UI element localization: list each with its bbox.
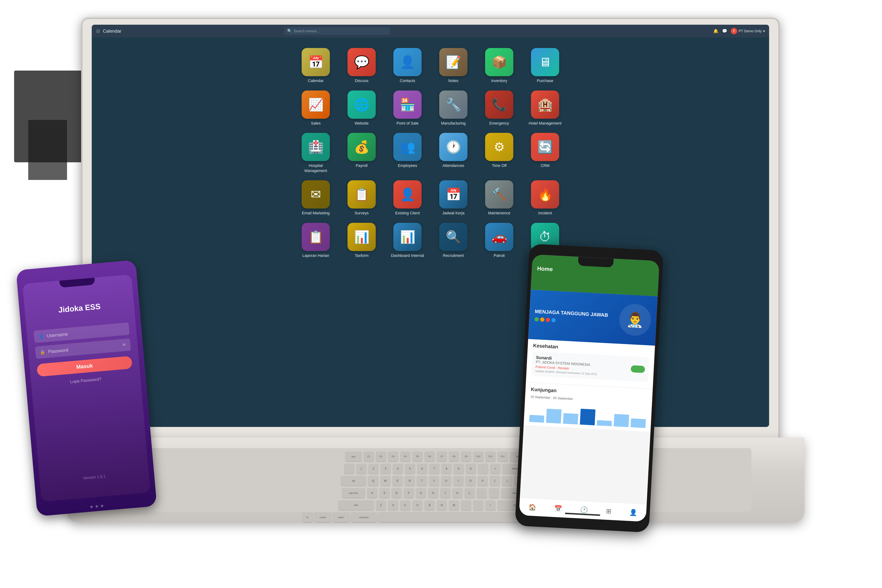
key-f5[interactable]: F5 xyxy=(412,452,422,461)
key-f2[interactable]: F2 xyxy=(376,452,386,461)
key-f11[interactable]: F11 xyxy=(486,452,495,461)
key-9[interactable]: 9 xyxy=(454,464,464,474)
user-menu[interactable]: P PT Demo Only ▾ xyxy=(731,28,765,34)
key-i[interactable]: I xyxy=(453,476,463,486)
key-a[interactable]: A xyxy=(368,488,377,498)
app-item-timeoff[interactable]: ⚙Time Off xyxy=(482,133,517,173)
app-item-employees[interactable]: 👥Employees xyxy=(390,133,425,173)
key-8[interactable]: 8 xyxy=(442,464,452,474)
key-f1[interactable]: F1 xyxy=(364,452,374,461)
key-2[interactable]: 2 xyxy=(369,464,378,474)
key-bracket-open[interactable]: [ xyxy=(490,476,500,486)
key-4[interactable]: 4 xyxy=(393,464,403,474)
key-backtick[interactable]: ` xyxy=(344,464,354,474)
app-item-crm[interactable]: 🔄CRM xyxy=(527,133,563,173)
app-item-surveys[interactable]: 📋Surveys xyxy=(344,180,379,216)
app-item-sales[interactable]: 📈Sales xyxy=(298,90,333,126)
app-item-website[interactable]: 🌐Website xyxy=(344,90,379,126)
app-item-inventory[interactable]: 📦Inventory xyxy=(482,48,517,84)
app-item-incident[interactable]: 🔥Incident xyxy=(527,180,563,216)
key-3[interactable]: 3 xyxy=(381,464,390,474)
app-item-existingclient[interactable]: 👤Existing Client xyxy=(390,180,425,216)
login-button[interactable]: Masuk xyxy=(36,356,132,377)
key-u[interactable]: U xyxy=(441,476,451,486)
key-bracket-close[interactable]: ] xyxy=(502,476,512,486)
app-item-discuss[interactable]: 💬Discuss xyxy=(344,48,379,84)
key-y[interactable]: Y xyxy=(429,476,439,486)
key-k[interactable]: K xyxy=(453,488,462,498)
key-o[interactable]: O xyxy=(466,476,476,486)
app-item-emailmarketing[interactable]: ✉Email Marketing xyxy=(298,180,333,216)
health-toggle[interactable] xyxy=(631,365,645,373)
key-d[interactable]: D xyxy=(392,488,402,498)
key-f12[interactable]: F12 xyxy=(498,452,507,461)
app-item-pos[interactable]: 🏪Point of Sale xyxy=(390,90,425,126)
key-c[interactable]: C xyxy=(400,500,410,510)
nav-home-icon[interactable]: 🏠 xyxy=(528,503,536,511)
nav-profile-icon[interactable]: 👤 xyxy=(629,508,638,516)
key-esc[interactable]: esc xyxy=(346,452,362,461)
key-semicolon[interactable]: ; xyxy=(477,488,487,498)
key-f10[interactable]: F10 xyxy=(474,452,483,461)
nav-clock-icon[interactable]: 🕐 xyxy=(580,506,588,514)
key-f8[interactable]: F8 xyxy=(449,452,459,461)
app-item-emergency[interactable]: 📞Emergency xyxy=(482,90,517,126)
key-control[interactable]: control xyxy=(315,513,331,522)
key-period[interactable]: . xyxy=(474,500,483,510)
chat-icon[interactable]: 💬 xyxy=(722,28,727,33)
key-0[interactable]: 0 xyxy=(466,464,476,474)
key-b[interactable]: B xyxy=(425,500,435,510)
key-capslock[interactable]: caps lock xyxy=(342,488,365,498)
key-fn[interactable]: fn xyxy=(303,513,312,522)
key-t[interactable]: T xyxy=(417,476,427,486)
search-bar[interactable]: 🔍 Search menus... xyxy=(284,27,390,35)
key-x[interactable]: X xyxy=(388,500,398,510)
key-5[interactable]: 5 xyxy=(405,464,415,474)
eye-icon[interactable]: 👁 xyxy=(122,342,126,347)
app-item-hotel[interactable]: 🏨Hotel Management xyxy=(527,90,563,126)
bell-icon[interactable]: 🔔 xyxy=(713,28,718,33)
app-item-calendar[interactable]: 📅Calendar xyxy=(298,48,333,84)
key-g[interactable]: G xyxy=(416,488,426,498)
app-item-purchase[interactable]: 🖥Purchase xyxy=(527,48,563,84)
key-n[interactable]: N xyxy=(437,500,447,510)
app-item-maintenence[interactable]: 🔨Maintenence xyxy=(482,180,517,216)
key-e[interactable]: E xyxy=(393,476,402,486)
key-f6[interactable]: F6 xyxy=(425,452,435,461)
forgot-password-link[interactable]: Lupa Password? xyxy=(38,374,134,387)
app-item-attendances[interactable]: 🕐Attendances xyxy=(436,133,471,173)
app-item-recruitment[interactable]: 🔍Recruitment xyxy=(436,223,471,258)
health-card[interactable]: Sunardi PT. JIDOKA SYSTEM INDONESIA Pote… xyxy=(531,351,649,382)
key-h[interactable]: H xyxy=(428,488,438,498)
nav-calendar-icon[interactable]: 📅 xyxy=(554,504,562,512)
key-slash[interactable]: / xyxy=(486,500,495,510)
grid-icon[interactable]: ⊞ xyxy=(96,28,100,34)
key-f9[interactable]: F9 xyxy=(461,452,471,461)
key-m[interactable]: M xyxy=(449,500,459,510)
key-spacebar[interactable] xyxy=(379,513,524,522)
key-comma[interactable]: , xyxy=(461,500,471,510)
key-v[interactable]: V xyxy=(412,500,422,510)
key-f7[interactable]: F7 xyxy=(437,452,447,461)
key-option-left[interactable]: option xyxy=(333,513,349,522)
key-f4[interactable]: F4 xyxy=(400,452,410,461)
key-z[interactable]: Z xyxy=(376,500,386,510)
key-tab[interactable]: tab xyxy=(341,476,366,486)
key-6[interactable]: 6 xyxy=(417,464,427,474)
key-f3[interactable]: F3 xyxy=(388,452,398,461)
app-item-dashboard[interactable]: 📊Dashboard Internal xyxy=(390,223,425,258)
key-quote[interactable]: ' xyxy=(489,488,499,498)
key-r[interactable]: R xyxy=(405,476,414,486)
key-1[interactable]: 1 xyxy=(357,464,366,474)
app-item-notes[interactable]: 📝Notes xyxy=(436,48,471,84)
key-minus[interactable]: - xyxy=(478,464,488,474)
app-item-laporan[interactable]: 📋Laporan Harian xyxy=(298,223,333,258)
key-w[interactable]: W xyxy=(381,476,390,486)
key-shift-left[interactable]: shift xyxy=(338,500,374,510)
nav-grid-icon[interactable]: ⊞ xyxy=(606,507,612,515)
key-f[interactable]: F xyxy=(404,488,414,498)
key-equals[interactable]: = xyxy=(490,464,500,474)
key-command-left[interactable]: command xyxy=(352,513,376,522)
app-item-jadwalkerja[interactable]: 📅Jadwal Kerja xyxy=(436,180,471,216)
app-item-payroll[interactable]: 💰Payroll xyxy=(344,133,379,173)
